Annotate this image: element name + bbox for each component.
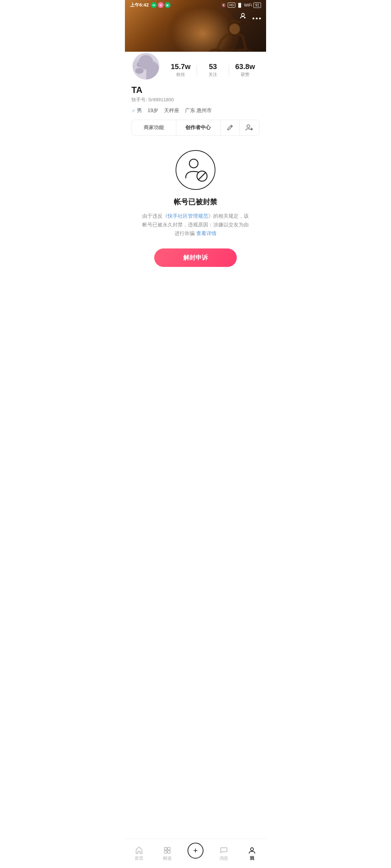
edit-icon (226, 124, 234, 131)
status-time: 上午6:42 (130, 2, 149, 8)
svg-point-5 (244, 17, 245, 18)
user-tags: ♂ 男 19岁 天秤座 广东 惠州市 (131, 107, 260, 114)
gender-label: 男 (137, 107, 142, 114)
username: TA (131, 85, 260, 95)
fans-label: 粉丝 (176, 72, 185, 78)
wifi-icon: WiFi (244, 3, 252, 7)
profile-section: 15.7w 粉丝 53 关注 63.8w 获赞 TA 快手号: Sr999118… (125, 52, 266, 136)
wechat-icon: W (151, 2, 157, 8)
location-tag: 广东 惠州市 (185, 107, 212, 114)
stat-divider-2 (229, 65, 229, 75)
age-tag: 19岁 (148, 107, 159, 114)
banned-icon (179, 156, 212, 184)
banned-description: 由于违反《快手社区管理规范》的相关规定，该帐号已被永久封禁，违规原因：涉嫌以交友… (141, 212, 250, 238)
banned-rules-link[interactable]: 快手社区管理规范 (168, 213, 208, 219)
hd-badge: HD (228, 3, 235, 8)
stat-divider-1 (197, 65, 197, 75)
scan-icon-btn[interactable] (239, 12, 247, 22)
following-count: 53 (209, 62, 217, 71)
following-label: 关注 (209, 72, 217, 78)
zodiac-tag: 天秤座 (164, 107, 179, 114)
more-menu-btn[interactable] (252, 12, 261, 22)
svg-point-2 (229, 23, 240, 35)
fans-count: 15.7w (171, 62, 190, 71)
bilibili-icon: B (158, 2, 164, 8)
svg-point-11 (135, 68, 144, 74)
creator-btn[interactable]: 创作者中心 (176, 120, 221, 135)
cover-actions[interactable] (239, 12, 261, 22)
banned-title: 帐号已被封禁 (174, 197, 217, 207)
merchant-btn[interactable]: 商家功能 (132, 120, 176, 135)
fans-stat[interactable]: 15.7w 粉丝 (166, 62, 195, 78)
banned-detail-link[interactable]: 查看详情 (196, 230, 216, 236)
svg-point-3 (241, 13, 244, 16)
merchant-label: 商家功能 (144, 124, 164, 131)
youku-icon: ▶ (165, 2, 171, 8)
svg-point-6 (253, 18, 255, 20)
gender-tag: ♂ 男 (131, 107, 142, 114)
likes-stat[interactable]: 63.8w 获赞 (231, 62, 260, 78)
male-icon: ♂ (131, 108, 135, 114)
edit-btn[interactable] (220, 120, 240, 135)
signal-icon: ▐▌ (237, 3, 243, 7)
add-friend-icon (245, 124, 253, 131)
banned-desc-before: 由于违反《 (142, 213, 168, 219)
avatar[interactable] (131, 52, 160, 81)
stats-row: 15.7w 粉丝 53 关注 63.8w 获赞 (160, 62, 260, 81)
location-label: 广东 惠州市 (185, 107, 212, 114)
svg-point-10 (137, 62, 142, 67)
avatar-placeholder (133, 53, 159, 80)
zodiac-label: 天秤座 (164, 107, 179, 114)
mute-icon: 🔇 (221, 3, 226, 8)
svg-point-8 (259, 18, 261, 20)
age-label: 19岁 (148, 107, 159, 114)
creator-label: 创作者中心 (185, 124, 211, 131)
battery-icon: 91 (253, 3, 261, 8)
status-app-icons: W B ▶ (151, 2, 171, 8)
avatar-stats-row: 15.7w 粉丝 53 关注 63.8w 获赞 (131, 52, 260, 81)
status-bar: 上午6:42 W B ▶ 🔇 HD ▐▌ WiFi 91 (125, 0, 266, 10)
status-right-icons: 🔇 HD ▐▌ WiFi 91 (221, 3, 261, 8)
svg-point-7 (256, 18, 258, 20)
banned-icon-wrap (176, 150, 215, 190)
svg-point-12 (189, 159, 198, 168)
unban-btn[interactable]: 解封申诉 (154, 248, 237, 267)
likes-count: 63.8w (235, 62, 255, 71)
banned-section: 帐号已被封禁 由于违反《快手社区管理规范》的相关规定，该帐号已被永久封禁，违规原… (125, 143, 266, 278)
likes-label: 获赞 (241, 72, 249, 78)
add-friend-btn[interactable] (240, 120, 259, 135)
user-id: 快手号: Sr99911800 (131, 97, 260, 103)
following-stat[interactable]: 53 关注 (198, 62, 227, 78)
action-bar: 商家功能 创作者中心 (131, 120, 260, 136)
